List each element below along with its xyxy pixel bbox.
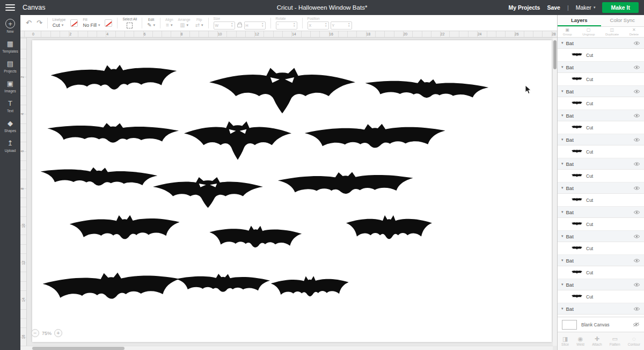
flip-menu-button[interactable]: Flip ⇄▾	[195, 18, 203, 28]
weld-button[interactable]: ◉Weld	[576, 336, 584, 346]
chevron-down-icon[interactable]: ▾	[561, 65, 564, 69]
linetype-color-swatch[interactable]	[70, 19, 78, 27]
chevron-down-icon[interactable]: ▾	[561, 186, 564, 190]
canvas-color-swatch[interactable]	[562, 320, 577, 330]
rotate-input[interactable]: °▲▼	[276, 21, 297, 30]
layer-row[interactable]: ▾Bat	[558, 207, 644, 218]
layer-sublayer-row[interactable]: Cut	[558, 290, 644, 303]
linetype-dropdown[interactable]: Cut ▾	[53, 23, 66, 28]
vertical-scrollbar-thumb[interactable]	[553, 40, 557, 69]
layer-sublayer-row[interactable]: Cut	[558, 49, 644, 62]
visibility-eye-icon[interactable]	[633, 282, 640, 287]
visibility-eye-icon[interactable]	[633, 162, 640, 166]
layer-row[interactable]: ▾Bat	[558, 134, 644, 145]
my-projects-link[interactable]: My Projects	[508, 4, 540, 11]
bat-shape[interactable]	[40, 164, 158, 195]
zoom-out-button[interactable]: −	[31, 329, 39, 337]
layer-sublayer-row[interactable]: Cut	[558, 145, 644, 158]
flatten-button[interactable]: ▭Flatten	[610, 336, 620, 346]
chevron-down-icon[interactable]: ▾	[561, 162, 564, 166]
visibility-eye-icon[interactable]	[633, 89, 640, 94]
layer-sublayer-row[interactable]: Cut	[558, 97, 644, 110]
layer-row[interactable]: ▾Bat	[558, 279, 644, 290]
bat-shape[interactable]	[184, 119, 291, 161]
bat-shape[interactable]	[271, 274, 349, 306]
height-input[interactable]: H▲▼	[244, 21, 266, 30]
position-x-input[interactable]: X▲▼	[308, 21, 329, 30]
blank-canvas-row[interactable]: Blank Canvas	[558, 317, 644, 332]
make-it-button[interactable]: Make It	[602, 2, 639, 13]
horizontal-scrollbar[interactable]	[20, 346, 553, 350]
stepper-arrows-icon[interactable]: ▲▼	[261, 23, 264, 28]
visibility-eye-icon[interactable]	[633, 258, 640, 263]
sidebar-item-shapes[interactable]: ◆Shapes	[0, 118, 20, 133]
fill-dropdown[interactable]: No Fill ▾	[83, 23, 100, 28]
bat-shape[interactable]	[346, 214, 432, 249]
canvas-viewport[interactable]	[27, 38, 553, 346]
layer-sublayer-row[interactable]: Cut	[558, 170, 644, 183]
sidebar-item-images[interactable]: ▣Images	[0, 78, 20, 93]
visibility-eye-icon[interactable]	[633, 41, 640, 46]
chevron-down-icon[interactable]: ▾	[561, 210, 564, 214]
layer-sublayer-row[interactable]: Cut	[558, 266, 644, 279]
layer-row[interactable]: ▾Bat	[558, 303, 644, 315]
sidebar-item-upload[interactable]: ↥Upload	[0, 138, 20, 152]
undo-icon[interactable]: ↶	[26, 19, 32, 26]
layer-row[interactable]: ▾Bat	[558, 110, 644, 121]
stepper-arrows-icon[interactable]: ▲▼	[348, 23, 350, 28]
delete-button[interactable]: ✕Delete	[630, 28, 639, 36]
horizontal-scrollbar-thumb[interactable]	[32, 347, 125, 350]
visibility-eye-icon[interactable]	[633, 234, 640, 239]
layer-row[interactable]: ▾Bat	[558, 158, 644, 170]
hamburger-menu-icon[interactable]	[5, 4, 15, 11]
visibility-eye-icon[interactable]	[633, 65, 640, 70]
contour-button[interactable]: ◌Contour	[628, 336, 640, 346]
slice-button[interactable]: ◨Slice	[561, 336, 569, 346]
visibility-eye-icon[interactable]	[633, 210, 640, 215]
bat-shape[interactable]	[42, 269, 180, 312]
layer-row[interactable]: ▾Bat	[558, 255, 644, 266]
sidebar-item-new[interactable]: +New	[0, 19, 20, 33]
chevron-down-icon[interactable]: ▾	[561, 234, 564, 238]
layer-row[interactable]: ▾Bat	[558, 183, 644, 194]
layer-row[interactable]: ▾Bat	[558, 62, 644, 73]
zoom-in-button[interactable]: +	[54, 329, 62, 337]
tab-layers[interactable]: Layers	[558, 15, 601, 26]
visibility-eye-icon[interactable]	[633, 137, 640, 142]
attach-button[interactable]: ✚Attach	[592, 336, 602, 346]
bat-shape[interactable]	[69, 213, 180, 250]
bat-shape[interactable]	[47, 121, 179, 152]
visibility-eye-icon[interactable]	[633, 113, 640, 118]
layer-row[interactable]: ▾Bat	[558, 231, 644, 242]
vertical-scrollbar[interactable]	[553, 38, 557, 346]
ungroup-button[interactable]: ▢Ungroup	[582, 28, 595, 36]
stepper-arrows-icon[interactable]: ▲▼	[293, 23, 295, 28]
bat-shape[interactable]	[176, 272, 270, 300]
bat-shape[interactable]	[304, 121, 445, 159]
visibility-eye-off-icon[interactable]	[633, 322, 640, 327]
machine-selector[interactable]: Maker ▾	[576, 4, 596, 11]
redo-icon[interactable]: ↷	[36, 19, 42, 26]
visibility-eye-icon[interactable]	[633, 186, 640, 191]
fill-color-swatch[interactable]	[105, 19, 112, 27]
visibility-eye-icon[interactable]	[633, 307, 640, 311]
stepper-arrows-icon[interactable]: ▲▼	[231, 23, 233, 28]
bat-shape[interactable]	[153, 176, 263, 209]
layer-sublayer-row[interactable]: Cut	[558, 121, 644, 134]
tab-color-sync[interactable]: Color Sync	[601, 15, 644, 26]
width-input[interactable]: W▲▼	[214, 21, 235, 30]
chevron-down-icon[interactable]: ▾	[561, 137, 564, 142]
chevron-down-icon[interactable]: ▾	[561, 41, 564, 45]
sidebar-item-text[interactable]: TText	[0, 98, 20, 113]
stepper-arrows-icon[interactable]: ▲▼	[325, 23, 327, 28]
position-y-input[interactable]: Y▲▼	[331, 21, 352, 30]
chevron-down-icon[interactable]: ▾	[561, 307, 564, 311]
chevron-down-icon[interactable]: ▾	[561, 113, 564, 118]
design-canvas-page[interactable]	[32, 40, 552, 342]
sidebar-item-templates[interactable]: ▦Templates	[0, 39, 20, 53]
duplicate-button[interactable]: ◫Duplicate	[605, 28, 619, 36]
chevron-down-icon[interactable]: ▾	[561, 258, 564, 262]
layer-row[interactable]: ▾Bat	[558, 38, 644, 49]
bat-shape[interactable]	[364, 76, 489, 108]
save-link[interactable]: Save	[547, 4, 560, 11]
